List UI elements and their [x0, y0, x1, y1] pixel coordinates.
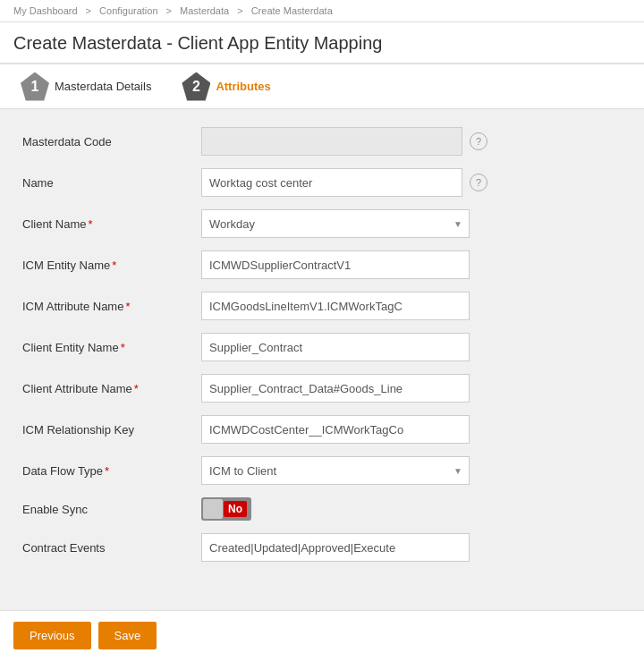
breadcrumb-item[interactable]: My Dashboard — [13, 5, 78, 16]
input-client-entity-name[interactable] — [201, 333, 470, 361]
breadcrumb-sep: > — [86, 5, 94, 16]
label-client-attribute-name: Client Attribute Name* — [22, 382, 201, 395]
previous-button[interactable]: Previous — [13, 622, 91, 649]
label-enable-sync: Enable Sync — [22, 503, 201, 516]
required-star: * — [125, 300, 130, 313]
label-icm-entity-name: ICM Entity Name* — [22, 259, 201, 272]
step-2[interactable]: 2 Attributes — [174, 72, 293, 101]
step-number-2: 2 — [182, 72, 210, 101]
field-icm-relationship-key: ICM Relationship Key — [22, 415, 622, 444]
breadcrumb-item[interactable]: Create Masterdata — [251, 5, 333, 16]
toggle-thumb — [203, 499, 223, 519]
field-enable-sync: Enable Sync No — [22, 497, 622, 521]
field-data-flow-type: Data Flow Type* ICM to Client ▼ — [22, 456, 622, 485]
label-icm-relationship-key: ICM Relationship Key — [22, 423, 201, 437]
required-star: * — [105, 464, 109, 478]
toggle-enable-sync[interactable]: No — [201, 497, 251, 521]
field-icm-attribute-name: ICM Attribute Name* — [22, 292, 622, 320]
steps-bar: 1 Masterdata Details 2 Attributes — [0, 64, 644, 109]
select-data-flow-type[interactable]: ICM to Client — [201, 456, 470, 485]
help-icon-masterdata-code[interactable]: ? — [470, 132, 487, 150]
toggle-track[interactable]: No — [201, 497, 251, 521]
input-icm-entity-name[interactable] — [201, 250, 470, 279]
input-contract-events[interactable] — [201, 533, 470, 562]
input-name[interactable] — [201, 168, 462, 197]
main-content: Masterdata Code ? Name ? Client Name* Wo… — [0, 109, 644, 610]
required-star: * — [121, 341, 125, 354]
label-name: Name — [22, 176, 201, 190]
page-title: Create Masterdata - Client App Entity Ma… — [0, 22, 644, 64]
label-client-entity-name: Client Entity Name* — [22, 341, 201, 354]
input-icm-relationship-key[interactable] — [201, 415, 470, 444]
breadcrumb-sep: > — [166, 5, 174, 16]
select-data-flow-wrap: ICM to Client ▼ — [201, 456, 470, 485]
input-client-attribute-name[interactable] — [201, 374, 470, 403]
footer-bar: Previous Save — [0, 610, 644, 653]
field-icm-entity-name: ICM Entity Name* — [22, 250, 622, 279]
required-star: * — [134, 382, 139, 395]
step-label-1: Masterdata Details — [55, 80, 151, 93]
toggle-no-label: No — [224, 501, 247, 517]
label-data-flow-type: Data Flow Type* — [22, 464, 201, 478]
label-client-name: Client Name* — [22, 217, 201, 231]
field-contract-events: Contract Events — [22, 533, 622, 562]
breadcrumb-item[interactable]: Masterdata — [180, 5, 229, 16]
required-star: * — [89, 217, 93, 231]
field-masterdata-code: Masterdata Code ? — [22, 127, 622, 156]
select-client-name-wrap: Workday ▼ — [201, 209, 470, 238]
step-label-2: Attributes — [216, 80, 270, 93]
breadcrumb: My Dashboard > Configuration > Masterdat… — [0, 0, 644, 22]
help-icon-name[interactable]: ? — [470, 174, 487, 191]
step-1[interactable]: 1 Masterdata Details — [13, 72, 174, 101]
step-number-1: 1 — [21, 72, 49, 101]
field-client-name: Client Name* Workday ▼ — [22, 209, 622, 238]
breadcrumb-item[interactable]: Configuration — [99, 5, 157, 16]
input-masterdata-code[interactable] — [201, 127, 462, 156]
select-client-name[interactable]: Workday — [201, 209, 470, 238]
field-client-attribute-name: Client Attribute Name* — [22, 374, 622, 403]
input-icm-attribute-name[interactable] — [201, 292, 470, 320]
breadcrumb-sep: > — [237, 5, 245, 16]
save-button[interactable]: Save — [98, 622, 157, 649]
label-masterdata-code: Masterdata Code — [22, 135, 201, 148]
required-star: * — [112, 259, 116, 272]
field-client-entity-name: Client Entity Name* — [22, 333, 622, 361]
label-contract-events: Contract Events — [22, 541, 201, 555]
field-name: Name ? — [22, 168, 622, 197]
label-icm-attribute-name: ICM Attribute Name* — [22, 300, 201, 313]
